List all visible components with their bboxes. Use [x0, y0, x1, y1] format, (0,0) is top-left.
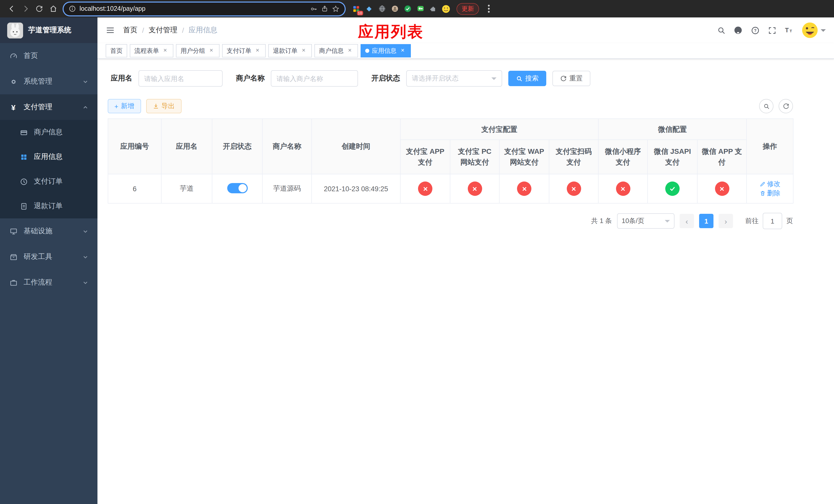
sidebar-item-payment-orders[interactable]: 支付订单 — [0, 169, 97, 194]
breadcrumb-current: 应用信息 — [189, 26, 218, 35]
payment-submenu: 商户信息 应用信息 支付订单 — [0, 120, 97, 219]
extension-globe-icon[interactable] — [377, 4, 386, 13]
user-menu[interactable] — [801, 22, 826, 39]
cell-actions: 修改 删除 — [747, 174, 793, 203]
search-icon[interactable] — [717, 26, 726, 35]
sidebar-item-devtools[interactable]: 研发工具 — [0, 244, 97, 270]
col-app-id: 应用编号 — [108, 119, 161, 174]
sidebar-item-home[interactable]: 首页 — [0, 43, 97, 69]
app-frame: 芋道管理系统 首页 系统管理 — [0, 18, 834, 504]
navbar-actions: ? TT — [717, 22, 826, 39]
chevron-down-icon — [83, 254, 88, 260]
col-alipay-app: 支付宝 APP 支付 — [400, 140, 450, 174]
browser-menu-icon[interactable] — [484, 5, 493, 13]
github-icon[interactable] — [733, 26, 743, 35]
app-logo-icon — [7, 22, 23, 38]
close-icon[interactable]: × — [346, 47, 353, 54]
page-unit-label: 页 — [786, 216, 793, 226]
browser-forward-icon[interactable] — [19, 2, 32, 15]
browser-home-icon[interactable] — [47, 2, 60, 15]
browser-reload-icon[interactable] — [33, 2, 46, 15]
address-bar[interactable]: localhost:1024/pay/app — [64, 2, 345, 15]
alipay-app-status-icon — [418, 182, 432, 196]
cell-created: 2021-10-23 08:49:25 — [312, 174, 400, 203]
alipay-wap-status-icon — [517, 182, 531, 196]
page-title-annotation: 应用列表 — [358, 22, 424, 43]
sidebar-item-infrastructure[interactable]: 基础设施 — [0, 219, 97, 244]
extension-badge: 10 — [357, 10, 363, 15]
chevron-down-icon[interactable] — [821, 29, 826, 35]
close-icon[interactable]: × — [300, 47, 307, 54]
col-wx-app: 微信 APP 支付 — [697, 140, 747, 174]
col-wx-jsapi: 微信 JSAPI 支付 — [648, 140, 697, 174]
col-group-wechat: 微信配置 — [598, 119, 747, 140]
enabled-toggle[interactable] — [227, 183, 247, 193]
goto-page-input[interactable] — [763, 213, 782, 229]
apps-table: 应用编号 应用名 开启状态 商户名称 创建时间 支付宝配置 微信配置 操作 支付… — [108, 118, 793, 204]
browser-update-button[interactable]: 更新 — [457, 3, 479, 15]
tab-user-group[interactable]: 用户分组 × — [176, 44, 220, 58]
tab-payment-orders[interactable]: 支付订单 × — [222, 44, 266, 58]
status-label: 开启状态 — [371, 74, 400, 83]
share-icon[interactable] — [321, 5, 328, 12]
sidebar-item-refund-orders[interactable]: 退款订单 — [0, 194, 97, 219]
refund-doc-icon — [20, 202, 28, 210]
search-button[interactable]: 搜索 — [508, 71, 546, 86]
extension-diamond-icon[interactable] — [365, 4, 373, 13]
sidebar-item-merchant-info[interactable]: 商户信息 — [0, 120, 97, 144]
breadcrumb-payment[interactable]: 支付管理 — [149, 26, 177, 35]
current-page-button[interactable]: 1 — [699, 214, 714, 228]
sidebar-item-system[interactable]: 系统管理 — [0, 69, 97, 94]
close-icon[interactable]: × — [399, 47, 406, 54]
table-toolbar: + 新增 导出 — [108, 99, 793, 113]
wx-jsapi-status-icon — [665, 182, 680, 196]
sidebar-menu: 首页 系统管理 ¥ 支付管理 — [0, 43, 97, 504]
tab-process-form[interactable]: 流程表单 × — [130, 44, 173, 58]
tab-merchant-info[interactable]: 商户信息 × — [314, 44, 358, 58]
extension-avatar-icon[interactable] — [390, 4, 399, 13]
col-app-name: 应用名 — [161, 119, 212, 174]
toolbox-icon — [9, 253, 18, 261]
close-icon[interactable]: × — [161, 47, 169, 54]
profile-emoji-icon[interactable] — [442, 4, 450, 13]
reset-button[interactable]: 重置 — [552, 71, 590, 86]
breadcrumb: 首页 / 支付管理 / 应用信息 — [123, 26, 218, 35]
refresh-icon[interactable] — [778, 99, 793, 113]
extension-check-icon[interactable] — [403, 4, 412, 13]
page-info-icon[interactable] — [69, 5, 76, 12]
export-button[interactable]: 导出 — [146, 99, 181, 113]
help-icon[interactable]: ? — [750, 26, 760, 35]
close-icon[interactable]: × — [254, 47, 261, 54]
browser-back-icon[interactable] — [5, 2, 18, 15]
sidebar-item-payment[interactable]: ¥ 支付管理 — [0, 94, 97, 120]
wx-app-status-icon — [715, 182, 729, 196]
next-page-button[interactable]: › — [719, 214, 733, 228]
show-search-icon[interactable] — [759, 99, 773, 113]
sidebar-item-workflow[interactable]: 工作流程 — [0, 270, 97, 295]
sidebar-item-app-info[interactable]: 应用信息 — [0, 144, 97, 169]
merchant-name-input[interactable] — [271, 70, 358, 87]
breadcrumb-home[interactable]: 首页 — [123, 26, 137, 35]
bookmark-star-icon[interactable] — [332, 5, 339, 13]
hamburger-icon[interactable] — [106, 26, 115, 35]
edit-link[interactable]: 修改 — [760, 180, 781, 189]
password-key-icon[interactable] — [310, 5, 317, 13]
add-button[interactable]: + 新增 — [108, 99, 141, 113]
extension-puzzle-icon[interactable] — [429, 4, 438, 13]
delete-link[interactable]: 删除 — [760, 189, 781, 198]
prev-page-button[interactable]: ‹ — [680, 214, 694, 228]
page-size-select[interactable]: 10条/页 — [617, 213, 675, 229]
fullscreen-icon[interactable] — [767, 26, 776, 35]
alipay-qr-status-icon — [567, 182, 581, 196]
tab-refund-orders[interactable]: 退款订单 × — [268, 44, 312, 58]
tab-app-info[interactable]: 应用信息 × — [360, 44, 411, 58]
close-icon[interactable]: × — [208, 47, 215, 54]
user-avatar[interactable] — [801, 22, 819, 39]
extension-chat-icon[interactable] — [416, 4, 425, 13]
status-select[interactable]: 请选择开启状态 — [406, 70, 502, 87]
extension-grid-icon[interactable]: 10 — [352, 4, 360, 13]
app-name-input[interactable] — [138, 70, 223, 87]
font-size-icon[interactable]: TT — [784, 26, 793, 35]
tab-home[interactable]: 首页 — [106, 44, 127, 58]
filter-form: 应用名 商户名称 开启状态 请选择开启状态 搜索 重置 — [111, 70, 824, 87]
